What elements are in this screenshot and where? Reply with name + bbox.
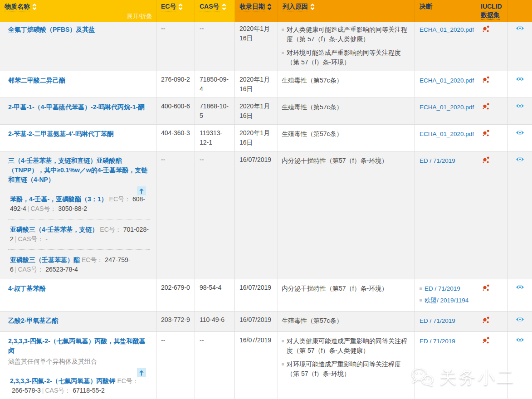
reason-item: 生殖毒性（第57c条） bbox=[282, 129, 410, 139]
cas-label: CAS号： bbox=[45, 387, 71, 394]
expand-collapse-toggle[interactable]: 展开/折叠 bbox=[127, 12, 152, 20]
view-details-button[interactable] bbox=[516, 102, 524, 109]
substance-name-link[interactable]: 4-叔丁基苯酚 bbox=[8, 284, 45, 293]
substance-name-link[interactable]: 2-苄基-2-二甲基氨基-4'-吗啉代丁苯酮 bbox=[8, 129, 113, 139]
col-label: 列入原因 bbox=[283, 3, 308, 11]
decision-link[interactable]: 欧盟/ 2019/1194 bbox=[425, 296, 469, 305]
cas-number-cell: -- bbox=[195, 151, 235, 279]
sub-entry: 2,3,3,3-四氟-2-（七氟丙氧基）丙酸钾 EC号：266-578-3|CA… bbox=[10, 376, 151, 395]
ec-number-cell: -- bbox=[156, 20, 195, 71]
sort-chevrons-icon[interactable] bbox=[222, 3, 226, 10]
decision-link[interactable]: ECHA_01_2020.pdf bbox=[420, 76, 474, 85]
cas-number-cell: 71868-10-5 bbox=[195, 98, 235, 124]
substance-name-link[interactable]: 乙酸2-甲氧基乙酯 bbox=[8, 316, 58, 326]
substance-cell: 邻苯二甲酸二异己酯 bbox=[0, 71, 156, 97]
eye-icon bbox=[516, 102, 524, 109]
cas-number-cell: -- bbox=[195, 20, 235, 71]
iuclid-dataset-button[interactable] bbox=[482, 25, 490, 33]
decision-link[interactable]: ECHA_01_2020.pdf bbox=[420, 102, 474, 112]
sub-entry-divider bbox=[8, 249, 150, 250]
ec-number-cell: -- bbox=[156, 151, 195, 279]
collapse-arrow-button[interactable] bbox=[137, 186, 146, 195]
iuclid-dataset-button[interactable] bbox=[482, 129, 490, 137]
view-details-button[interactable] bbox=[516, 76, 524, 83]
iuclid-dataset-cell bbox=[476, 125, 508, 151]
sort-chevrons-icon[interactable] bbox=[310, 3, 315, 10]
decision-link[interactable]: ED / 71/2019 bbox=[420, 336, 455, 346]
reason-cell: 生殖毒性（第57c条） bbox=[278, 98, 415, 124]
sub-substance-name-link[interactable]: 亚磷酸三（4-壬基苯基，支链） bbox=[10, 226, 98, 233]
cas-number-cell: 110-49-6 bbox=[195, 311, 235, 331]
sort-chevrons-icon[interactable] bbox=[267, 3, 272, 10]
bullet-square bbox=[420, 287, 422, 290]
sort-chevrons-icon[interactable] bbox=[32, 3, 37, 10]
col-header-ec[interactable]: EC号 bbox=[156, 0, 195, 22]
reason-item: 生殖毒性（第57c条） bbox=[282, 316, 410, 326]
iuclid-dataset-button[interactable] bbox=[482, 336, 490, 344]
view-cell bbox=[508, 20, 532, 71]
decision-link[interactable]: ECHA_01_2020.pdf bbox=[420, 25, 474, 34]
decision-item: ECHA_01_2020.pdf bbox=[420, 102, 474, 112]
decision-link[interactable]: ECHA_01_2020.pdf bbox=[420, 129, 474, 139]
substance-name-link[interactable]: 三（4-壬基苯基，支链和直链）亚磷酸酯（TNPP），其中≥0.1%w／w的4-壬… bbox=[8, 156, 151, 185]
table-row: 2-甲基-1-（4-甲基硫代苯基）-2-吗啉代丙烷-1-酮400-600-671… bbox=[0, 98, 532, 125]
col-label: 物质名称 bbox=[5, 3, 30, 11]
substance-name-link[interactable]: 2-甲基-1-（4-甲基硫代苯基）-2-吗啉代丙烷-1-酮 bbox=[8, 102, 144, 112]
substance-cell: 4-叔丁基苯酚 bbox=[0, 279, 156, 311]
bullet-square bbox=[420, 299, 422, 302]
view-details-button[interactable] bbox=[516, 336, 524, 343]
decision-link[interactable]: ED / 71/2019 bbox=[425, 284, 460, 293]
sub-substance-name-link[interactable]: 2,3,3,3-四氟-2-（七氟丙氧基）丙酸钾 bbox=[10, 377, 116, 384]
reason-item: 对人类健康可能造成严重影响的同等关注程度（第 57（f）条-人类健康） bbox=[282, 336, 410, 355]
decision-link[interactable]: ED / 71/2019 bbox=[420, 316, 455, 326]
view-details-button[interactable] bbox=[516, 284, 524, 291]
col-label: CAS号 bbox=[200, 3, 220, 11]
substance-name-link[interactable]: 全氟丁烷磺酸（PFBS）及其盐 bbox=[8, 25, 95, 34]
iuclid-dataset-button[interactable] bbox=[482, 76, 490, 83]
eye-icon bbox=[516, 284, 524, 291]
decision-cell: ECHA_01_2020.pdf bbox=[415, 20, 476, 71]
cas-label: CAS号： bbox=[18, 266, 44, 273]
iuclid-dataset-button[interactable] bbox=[482, 102, 490, 110]
iuclid-dataset-button[interactable] bbox=[482, 156, 490, 164]
sub-substance-name-link[interactable]: 亚磷酸三（壬基苯基）酯 bbox=[10, 256, 80, 263]
eye-icon bbox=[516, 129, 524, 136]
col-header-iuclid-dataset: IUCLID 数据集 bbox=[476, 0, 508, 22]
eye-icon bbox=[516, 156, 524, 163]
table-header: 物质名称 展开/折叠 EC号 CAS号 收录日期 列入原因 bbox=[0, 0, 532, 20]
inclusion-date-cell: 2020年1月16日 bbox=[235, 71, 278, 97]
col-header-reason[interactable]: 列入原因 bbox=[278, 0, 415, 22]
collapse-arrow-button[interactable] bbox=[137, 368, 146, 377]
sort-chevrons-icon[interactable] bbox=[178, 3, 183, 10]
decision-item: ED / 71/2019 bbox=[420, 336, 474, 346]
iuclid-dataset-button[interactable] bbox=[482, 316, 490, 324]
view-cell bbox=[508, 151, 532, 279]
col-header-substance-name[interactable]: 物质名称 展开/折叠 bbox=[0, 0, 156, 22]
sub-substance-name-link[interactable]: 苯酚，4-壬基-，亚磷酸酯（3：1） bbox=[10, 195, 107, 203]
decision-link[interactable]: ED / 71/2019 bbox=[420, 156, 455, 165]
col-header-view bbox=[508, 0, 532, 22]
reason-item: 对环境可能造成严重影响的同等关注程度（第 57（f）条-环境） bbox=[282, 360, 410, 379]
view-details-button[interactable] bbox=[516, 25, 524, 32]
view-cell bbox=[508, 71, 532, 97]
reason-item: 生殖毒性（第57c条） bbox=[282, 76, 410, 85]
view-details-button[interactable] bbox=[516, 156, 524, 163]
substance-cell: 乙酸2-甲氧基乙酯 bbox=[0, 311, 156, 331]
iuclid-dataset-button[interactable] bbox=[482, 284, 490, 292]
cas-value: 67118-55-2 bbox=[73, 387, 105, 394]
ec-value: 266-578-3 bbox=[12, 387, 41, 394]
ec-number-cell: 203-772-9 bbox=[156, 311, 195, 331]
red-cluster-icon bbox=[482, 336, 490, 344]
view-details-button[interactable] bbox=[516, 316, 524, 323]
substance-name-link[interactable]: 邻苯二甲酸二异己酯 bbox=[8, 76, 65, 85]
col-header-date[interactable]: 收录日期 bbox=[235, 0, 278, 22]
decision-cell: ED / 71/2019 bbox=[415, 151, 476, 279]
reason-cell: 内分泌干扰特性（第57（f）条-环境） bbox=[278, 151, 415, 279]
reason-cell: 对人类健康可能造成严重影响的同等关注程度（第 57（f）条-人类健康）对环境可能… bbox=[278, 332, 415, 399]
decision-cell: ECHA_01_2020.pdf bbox=[415, 98, 476, 124]
reason-item: 对环境可能造成严重影响的同等关注程度（第 57（f）条-环境） bbox=[282, 48, 410, 67]
substance-name-link[interactable]: 2,3,3,3-四氟-2-（七氟丙氧基）丙酸，其盐和酰基卤 bbox=[8, 336, 151, 355]
col-header-cas[interactable]: CAS号 bbox=[195, 0, 235, 22]
view-details-button[interactable] bbox=[516, 129, 524, 136]
iuclid-dataset-cell bbox=[476, 20, 508, 71]
